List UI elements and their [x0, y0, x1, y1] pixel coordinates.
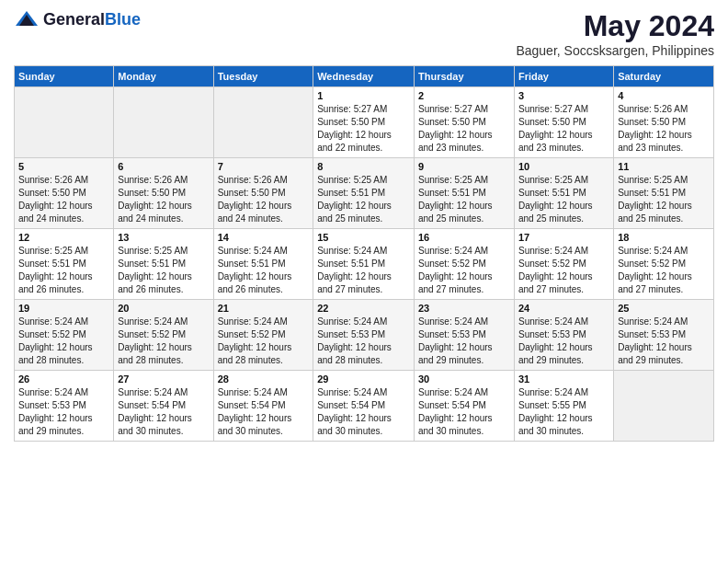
day-info: Sunrise: 5:24 AMSunset: 5:54 PMDaylight:… — [317, 386, 410, 438]
day-of-week-header: Friday — [514, 66, 613, 87]
day-info: Sunrise: 5:24 AMSunset: 5:53 PMDaylight:… — [418, 316, 510, 367]
day-number: 28 — [218, 373, 310, 385]
logo-general-text: General — [43, 10, 105, 29]
calendar-table: SundayMondayTuesdayWednesdayThursdayFrid… — [14, 65, 714, 442]
calendar-cell: 19Sunrise: 5:24 AMSunset: 5:52 PMDayligh… — [15, 300, 114, 371]
header: GeneralBlue May 2024 Baguer, Soccsksarge… — [14, 9, 714, 58]
day-number: 10 — [518, 161, 609, 172]
day-info: Sunrise: 5:26 AMSunset: 5:50 PMDaylight:… — [118, 174, 209, 225]
day-of-week-header: Thursday — [415, 66, 515, 87]
day-info: Sunrise: 5:26 AMSunset: 5:50 PMDaylight:… — [618, 103, 710, 155]
day-info: Sunrise: 5:24 AMSunset: 5:52 PMDaylight:… — [618, 245, 710, 296]
calendar-cell: 30Sunrise: 5:24 AMSunset: 5:54 PMDayligh… — [415, 371, 515, 442]
calendar-cell: 15Sunrise: 5:24 AMSunset: 5:51 PMDayligh… — [313, 229, 415, 300]
day-number: 31 — [518, 373, 609, 385]
day-number: 16 — [418, 232, 510, 243]
logo-wordmark: GeneralBlue — [43, 10, 141, 29]
day-info: Sunrise: 5:26 AMSunset: 5:50 PMDaylight:… — [18, 174, 109, 225]
day-of-week-header: Saturday — [614, 66, 714, 87]
logo: GeneralBlue — [14, 9, 141, 29]
calendar-cell: 27Sunrise: 5:24 AMSunset: 5:54 PMDayligh… — [114, 371, 213, 442]
calendar-cell: 25Sunrise: 5:24 AMSunset: 5:53 PMDayligh… — [614, 300, 714, 371]
generalblue-logo-icon — [14, 9, 40, 29]
calendar-cell — [15, 87, 114, 158]
day-info: Sunrise: 5:24 AMSunset: 5:53 PMDaylight:… — [18, 386, 109, 438]
day-number: 4 — [618, 90, 710, 101]
day-number: 30 — [418, 373, 510, 385]
day-info: Sunrise: 5:27 AMSunset: 5:50 PMDaylight:… — [418, 103, 510, 155]
day-number: 14 — [218, 232, 310, 243]
day-number: 5 — [18, 161, 109, 172]
day-number: 8 — [317, 161, 410, 172]
main-title: May 2024 — [516, 9, 714, 43]
calendar-cell: 8Sunrise: 5:25 AMSunset: 5:51 PMDaylight… — [313, 158, 415, 229]
day-info: Sunrise: 5:24 AMSunset: 5:54 PMDaylight:… — [118, 386, 209, 438]
day-number: 17 — [518, 232, 609, 243]
calendar-cell — [114, 87, 213, 158]
day-number: 29 — [317, 373, 410, 385]
calendar-cell: 24Sunrise: 5:24 AMSunset: 5:53 PMDayligh… — [514, 300, 613, 371]
day-number: 12 — [18, 232, 109, 243]
day-info: Sunrise: 5:24 AMSunset: 5:51 PMDaylight:… — [317, 245, 410, 296]
calendar-cell: 16Sunrise: 5:24 AMSunset: 5:52 PMDayligh… — [415, 229, 515, 300]
day-info: Sunrise: 5:24 AMSunset: 5:55 PMDaylight:… — [518, 386, 609, 438]
calendar-cell: 5Sunrise: 5:26 AMSunset: 5:50 PMDaylight… — [15, 158, 114, 229]
day-info: Sunrise: 5:24 AMSunset: 5:53 PMDaylight:… — [618, 316, 710, 367]
day-number: 3 — [518, 90, 609, 101]
logo-blue-text: Blue — [105, 10, 141, 29]
calendar-header-row: SundayMondayTuesdayWednesdayThursdayFrid… — [15, 66, 714, 87]
day-number: 22 — [317, 303, 410, 314]
day-info: Sunrise: 5:27 AMSunset: 5:50 PMDaylight:… — [317, 103, 410, 155]
day-number: 27 — [118, 373, 209, 385]
day-info: Sunrise: 5:24 AMSunset: 5:54 PMDaylight:… — [418, 386, 510, 438]
day-info: Sunrise: 5:25 AMSunset: 5:51 PMDaylight:… — [317, 174, 410, 225]
calendar-week-row: 19Sunrise: 5:24 AMSunset: 5:52 PMDayligh… — [15, 300, 714, 371]
calendar-cell: 3Sunrise: 5:27 AMSunset: 5:50 PMDaylight… — [514, 87, 613, 158]
calendar-week-row: 5Sunrise: 5:26 AMSunset: 5:50 PMDaylight… — [15, 158, 714, 229]
calendar-cell: 17Sunrise: 5:24 AMSunset: 5:52 PMDayligh… — [514, 229, 613, 300]
day-number: 9 — [418, 161, 510, 172]
calendar-cell: 6Sunrise: 5:26 AMSunset: 5:50 PMDaylight… — [114, 158, 213, 229]
day-info: Sunrise: 5:25 AMSunset: 5:51 PMDaylight:… — [418, 174, 510, 225]
calendar-cell: 10Sunrise: 5:25 AMSunset: 5:51 PMDayligh… — [514, 158, 613, 229]
calendar-cell: 31Sunrise: 5:24 AMSunset: 5:55 PMDayligh… — [514, 371, 613, 442]
calendar-cell: 2Sunrise: 5:27 AMSunset: 5:50 PMDaylight… — [415, 87, 515, 158]
day-number: 7 — [218, 161, 310, 172]
calendar-cell: 18Sunrise: 5:24 AMSunset: 5:52 PMDayligh… — [614, 229, 714, 300]
day-info: Sunrise: 5:24 AMSunset: 5:52 PMDaylight:… — [218, 316, 310, 367]
day-number: 25 — [618, 303, 710, 314]
calendar-cell: 23Sunrise: 5:24 AMSunset: 5:53 PMDayligh… — [415, 300, 515, 371]
day-number: 26 — [18, 373, 109, 385]
day-number: 15 — [317, 232, 410, 243]
calendar-cell: 9Sunrise: 5:25 AMSunset: 5:51 PMDaylight… — [415, 158, 515, 229]
calendar-cell: 14Sunrise: 5:24 AMSunset: 5:51 PMDayligh… — [213, 229, 313, 300]
day-of-week-header: Sunday — [15, 66, 114, 87]
day-number: 18 — [618, 232, 710, 243]
day-info: Sunrise: 5:24 AMSunset: 5:52 PMDaylight:… — [18, 316, 109, 367]
calendar-week-row: 1Sunrise: 5:27 AMSunset: 5:50 PMDaylight… — [15, 87, 714, 158]
subtitle: Baguer, Soccsksargen, Philippines — [516, 43, 714, 58]
day-number: 13 — [118, 232, 209, 243]
calendar-cell: 28Sunrise: 5:24 AMSunset: 5:54 PMDayligh… — [213, 371, 313, 442]
calendar-cell — [614, 371, 714, 442]
day-info: Sunrise: 5:24 AMSunset: 5:51 PMDaylight:… — [218, 245, 310, 296]
day-number: 2 — [418, 90, 510, 101]
calendar-cell: 4Sunrise: 5:26 AMSunset: 5:50 PMDaylight… — [614, 87, 714, 158]
calendar-cell — [213, 87, 313, 158]
calendar-cell: 11Sunrise: 5:25 AMSunset: 5:51 PMDayligh… — [614, 158, 714, 229]
day-number: 21 — [218, 303, 310, 314]
day-info: Sunrise: 5:24 AMSunset: 5:52 PMDaylight:… — [518, 245, 609, 296]
day-info: Sunrise: 5:25 AMSunset: 5:51 PMDaylight:… — [18, 245, 109, 296]
calendar-cell: 13Sunrise: 5:25 AMSunset: 5:51 PMDayligh… — [114, 229, 213, 300]
day-info: Sunrise: 5:24 AMSunset: 5:52 PMDaylight:… — [418, 245, 510, 296]
day-info: Sunrise: 5:24 AMSunset: 5:53 PMDaylight:… — [317, 316, 410, 367]
day-number: 1 — [317, 90, 410, 101]
day-of-week-header: Wednesday — [313, 66, 415, 87]
calendar-week-row: 26Sunrise: 5:24 AMSunset: 5:53 PMDayligh… — [15, 371, 714, 442]
calendar-cell: 1Sunrise: 5:27 AMSunset: 5:50 PMDaylight… — [313, 87, 415, 158]
day-info: Sunrise: 5:25 AMSunset: 5:51 PMDaylight:… — [518, 174, 609, 225]
day-of-week-header: Monday — [114, 66, 213, 87]
calendar-cell: 20Sunrise: 5:24 AMSunset: 5:52 PMDayligh… — [114, 300, 213, 371]
calendar-cell: 21Sunrise: 5:24 AMSunset: 5:52 PMDayligh… — [213, 300, 313, 371]
day-info: Sunrise: 5:25 AMSunset: 5:51 PMDaylight:… — [618, 174, 710, 225]
